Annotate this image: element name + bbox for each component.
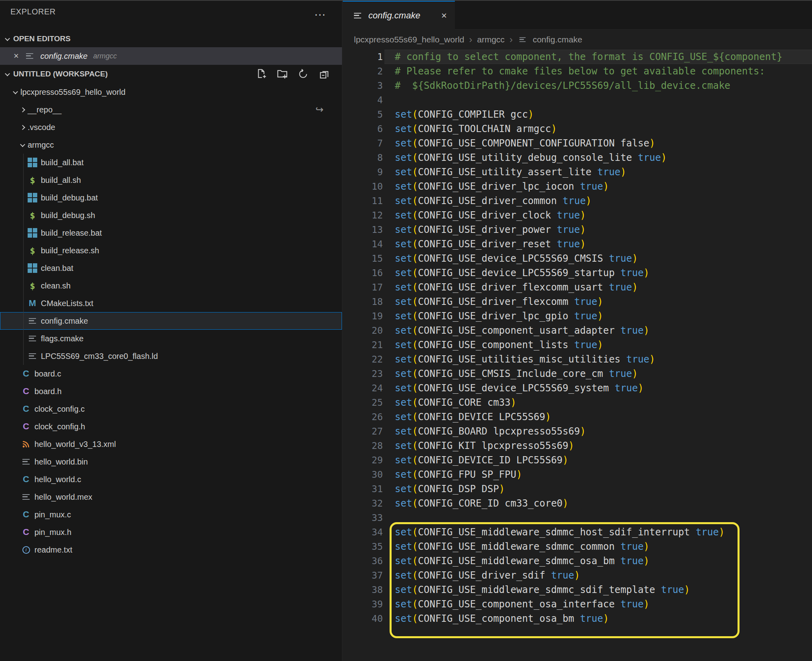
- code-line-3[interactable]: 3# ${SdkRootDirPath}/devices/LPC55S69/al…: [343, 78, 812, 93]
- code-line-18[interactable]: 18set(CONFIG_USE_driver_flexcomm true): [343, 294, 812, 309]
- tree-item--repo-[interactable]: __repo__↪: [0, 101, 342, 118]
- code-line-4[interactable]: 4: [343, 93, 812, 107]
- code-line-28[interactable]: 28set(CONFIG_KIT lpcxpresso55s69): [343, 439, 812, 453]
- code-line-39[interactable]: 39set(CONFIG_USE_component_osa_interface…: [343, 597, 812, 611]
- tree-item-hello-world-mex[interactable]: hello_world.mex: [0, 488, 342, 506]
- line-number: 10: [343, 179, 383, 194]
- tab-config-cmake[interactable]: config.cmake ×: [343, 0, 455, 30]
- code-line-29[interactable]: 29set(CONFIG_DEVICE_ID LPC55S69): [343, 453, 812, 467]
- tree-item-label: pin_mux.c: [34, 510, 71, 519]
- code-line-17[interactable]: 17set(CONFIG_USE_driver_flexcomm_usart t…: [343, 280, 812, 294]
- tree-item-armgcc[interactable]: armgcc: [0, 136, 342, 154]
- go-to-file-icon[interactable]: ↪: [316, 104, 324, 115]
- code-line-5[interactable]: 5set(CONFIG_COMPILER gcc): [343, 107, 812, 122]
- tree-item-hello-world-bin[interactable]: hello_world.bin: [0, 453, 342, 471]
- code-line-9[interactable]: 9set(CONFIG_USE_utility_assert_lite true…: [343, 165, 812, 179]
- line-number: 38: [343, 583, 383, 597]
- code-line-15[interactable]: 15set(CONFIG_USE_device_LPC55S69_CMSIS t…: [343, 251, 812, 266]
- code-line-40[interactable]: 40set(CONFIG_USE_component_osa_bm true): [343, 611, 812, 626]
- code-line-22[interactable]: 22set(CONFIG_USE_utilities_misc_utilitie…: [343, 352, 812, 367]
- tree-item-board-c[interactable]: Cboard.c: [0, 365, 342, 383]
- code-line-13[interactable]: 13set(CONFIG_USE_driver_power true): [343, 222, 812, 237]
- code-area[interactable]: 1# config to select component, the forma…: [343, 50, 812, 661]
- refresh-icon[interactable]: [297, 68, 309, 80]
- tree-item-label: board.c: [34, 369, 61, 379]
- tree-item-build-release-sh[interactable]: $build_release.sh: [0, 242, 342, 259]
- tree-item-hello-world-c[interactable]: Chello_world.c: [0, 471, 342, 488]
- tree-item-pin-mux-h[interactable]: Cpin_mux.h: [0, 523, 342, 541]
- breadcrumb-item-file[interactable]: config.cmake: [533, 35, 582, 44]
- code-line-26[interactable]: 26set(CONFIG_DEVICE LPC55S69): [343, 410, 812, 424]
- tree-item-pin-mux-c[interactable]: Cpin_mux.c: [0, 506, 342, 523]
- code-line-30[interactable]: 30set(CONFIG_FPU SP_FPU): [343, 467, 812, 482]
- tree-item-flags-cmake[interactable]: flags.cmake: [0, 330, 342, 347]
- open-editors-header[interactable]: OPEN EDITORS: [0, 30, 342, 47]
- code-line-14[interactable]: 14set(CONFIG_USE_driver_reset true): [343, 237, 812, 251]
- tree-item-clock-config-c[interactable]: Cclock_config.c: [0, 400, 342, 418]
- more-actions-icon[interactable]: …: [314, 10, 327, 14]
- code-line-37[interactable]: 37set(CONFIG_USE_driver_sdif true): [343, 568, 812, 583]
- workspace-actions: [255, 68, 342, 80]
- code-line-8[interactable]: 8set(CONFIG_USE_utility_debug_console_li…: [343, 150, 812, 165]
- code-line-7[interactable]: 7set(CONFIG_USE_COMPONENT_CONFIGURATION …: [343, 136, 812, 150]
- breadcrumb-item-subfolder[interactable]: armgcc: [477, 35, 505, 44]
- collapse-all-icon[interactable]: [318, 68, 330, 80]
- tree-item-build-all-bat[interactable]: build_all.bat: [0, 154, 342, 171]
- workspace-header[interactable]: UNTITLED (WORKSPACE): [0, 65, 342, 83]
- open-editor-item-config-cmake[interactable]: × config.cmake armgcc: [0, 47, 342, 65]
- code-line-24[interactable]: 24set(CONFIG_USE_device_LPC55S69_system …: [343, 381, 812, 395]
- tree-item-readme-txt[interactable]: ireadme.txt: [0, 541, 342, 559]
- tree-item-clean-bat[interactable]: clean.bat: [0, 259, 342, 277]
- tree-item-build-all-sh[interactable]: $build_all.sh: [0, 171, 342, 189]
- tree-item-lpcxpresso55s69-hello-world[interactable]: lpcxpresso55s69_hello_world: [0, 83, 342, 101]
- code-line-25[interactable]: 25set(CONFIG_CORE cm33): [343, 395, 812, 410]
- tree-item-board-h[interactable]: Cboard.h: [0, 383, 342, 400]
- line-number: 7: [343, 136, 383, 150]
- code-line-34[interactable]: 34set(CONFIG_USE_middleware_sdmmc_host_s…: [343, 525, 812, 539]
- code-line-12[interactable]: 12set(CONFIG_USE_driver_clock true): [343, 208, 812, 222]
- close-icon[interactable]: ×: [14, 51, 19, 61]
- tree-item-clean-sh[interactable]: $clean.sh: [0, 277, 342, 294]
- line-text: set(CONFIG_USE_CMSIS_Include_core_cm tru…: [383, 367, 638, 381]
- code-line-1[interactable]: 1# config to select component, the forma…: [343, 50, 812, 64]
- line-text: set(CONFIG_USE_middleware_sdmmc_sdif_tem…: [383, 583, 690, 597]
- code-line-32[interactable]: 32set(CONFIG_CORE_ID cm33_core0): [343, 496, 812, 511]
- code-line-36[interactable]: 36set(CONFIG_USE_middleware_sdmmc_osa_bm…: [343, 554, 812, 568]
- code-line-27[interactable]: 27set(CONFIG_BOARD lpcxpresso55s69): [343, 424, 812, 439]
- breadcrumb-item-folder[interactable]: lpcxpresso55s69_hello_world: [354, 35, 464, 44]
- tree-item-clock-config-h[interactable]: Cclock_config.h: [0, 418, 342, 435]
- close-icon[interactable]: ×: [441, 10, 447, 21]
- list-icon: [21, 457, 31, 467]
- tree-item-label: build_all.bat: [41, 158, 84, 167]
- code-line-38[interactable]: 38set(CONFIG_USE_middleware_sdmmc_sdif_t…: [343, 583, 812, 597]
- line-text: set(CONFIG_CORE_ID cm33_core0): [383, 496, 569, 511]
- tree-item-lpc55s69-cm33-core0-flash-ld[interactable]: LPC55S69_cm33_core0_flash.ld: [0, 347, 342, 365]
- new-file-icon[interactable]: [255, 68, 267, 80]
- tree-item--vscode[interactable]: .vscode: [0, 118, 342, 136]
- tree-item-cmakelists-txt[interactable]: MCMakeLists.txt: [0, 294, 342, 312]
- code-line-20[interactable]: 20set(CONFIG_USE_component_usart_adapter…: [343, 323, 812, 338]
- code-line-6[interactable]: 6set(CONFIG_TOOLCHAIN armgcc): [343, 122, 812, 136]
- code-line-35[interactable]: 35set(CONFIG_USE_middleware_sdmmc_common…: [343, 539, 812, 554]
- tree-item-config-cmake[interactable]: config.cmake: [0, 312, 342, 330]
- tree-item-build-debug-bat[interactable]: build_debug.bat: [0, 189, 342, 206]
- code-line-11[interactable]: 11set(CONFIG_USE_driver_common true): [343, 194, 812, 208]
- explorer-sidebar: EXPLORER … OPEN EDITORS × config.cmake a…: [0, 0, 342, 661]
- tree-item-hello-world-v3-13-xml[interactable]: hello_world_v3_13.xml: [0, 435, 342, 453]
- code-line-33[interactable]: 33: [343, 511, 812, 525]
- code-line-23[interactable]: 23set(CONFIG_USE_CMSIS_Include_core_cm t…: [343, 367, 812, 381]
- windows-icon: [27, 157, 38, 168]
- open-editor-filename: config.cmake: [40, 52, 88, 61]
- tree-item-build-release-bat[interactable]: build_release.bat: [0, 224, 342, 242]
- code-line-31[interactable]: 31set(CONFIG_DSP DSP): [343, 482, 812, 496]
- code-line-2[interactable]: 2# Please refer to cmake files below to …: [343, 64, 812, 78]
- list-icon: [352, 10, 363, 21]
- code-line-19[interactable]: 19set(CONFIG_USE_driver_lpc_gpio true): [343, 309, 812, 323]
- new-folder-icon[interactable]: [276, 68, 288, 80]
- code-line-16[interactable]: 16set(CONFIG_USE_device_LPC55S69_startup…: [343, 266, 812, 280]
- tree-item-build-debug-sh[interactable]: $build_debug.sh: [0, 206, 342, 224]
- code-line-21[interactable]: 21set(CONFIG_USE_component_lists true): [343, 338, 812, 352]
- code-line-10[interactable]: 10set(CONFIG_USE_driver_lpc_iocon true): [343, 179, 812, 194]
- line-number: 24: [343, 381, 383, 395]
- line-text: set(CONFIG_CORE cm33): [383, 395, 516, 410]
